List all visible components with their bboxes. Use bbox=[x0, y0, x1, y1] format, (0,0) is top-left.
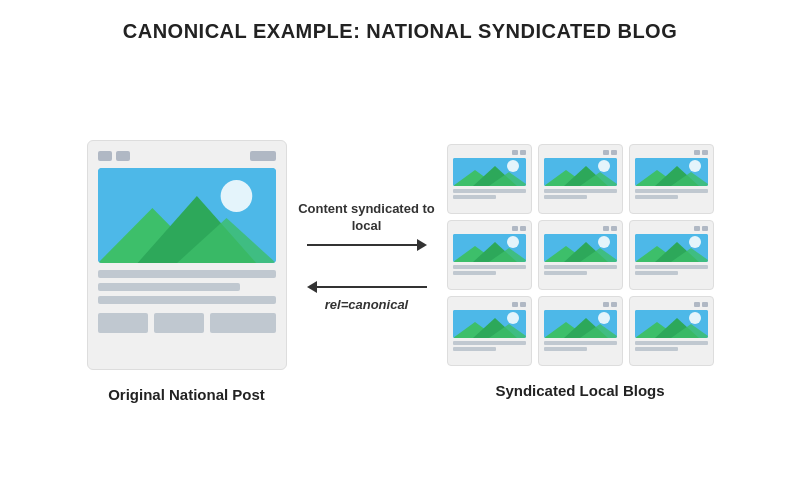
mini-lines bbox=[544, 265, 617, 275]
mini-card-top bbox=[635, 302, 708, 307]
mini-dot bbox=[603, 226, 609, 231]
mini-landscape bbox=[453, 234, 526, 262]
blogs-grid bbox=[447, 144, 714, 366]
svg-point-1 bbox=[220, 180, 252, 212]
mini-landscape bbox=[544, 310, 617, 338]
mini-line-short bbox=[544, 347, 588, 351]
svg-point-16 bbox=[689, 160, 701, 172]
mini-dot bbox=[702, 226, 708, 231]
mini-lines bbox=[544, 341, 617, 351]
mini-dot bbox=[702, 302, 708, 307]
mini-image bbox=[635, 158, 708, 186]
mini-card-1 bbox=[447, 144, 532, 214]
diagram-area: Original National Post Content syndicate… bbox=[30, 63, 770, 480]
mini-lines bbox=[635, 265, 708, 275]
svg-point-26 bbox=[598, 236, 610, 248]
mini-dot bbox=[603, 302, 609, 307]
mini-lines bbox=[453, 265, 526, 275]
arrows-section: Content syndicated to local rel=canonica… bbox=[287, 201, 447, 312]
mini-line-short bbox=[635, 271, 679, 275]
svg-point-11 bbox=[598, 160, 610, 172]
syndicated-label: Syndicated Local Blogs bbox=[495, 382, 664, 399]
card-line-2 bbox=[98, 283, 240, 291]
mini-dot bbox=[520, 302, 526, 307]
mini-landscape bbox=[635, 234, 708, 262]
mini-line-short bbox=[453, 347, 497, 351]
mini-line-short bbox=[544, 271, 588, 275]
mini-line bbox=[453, 189, 526, 193]
mini-line bbox=[635, 341, 708, 345]
mini-line-short bbox=[453, 195, 497, 199]
mini-card-9 bbox=[629, 296, 714, 366]
mini-dot bbox=[603, 150, 609, 155]
mini-card-top bbox=[635, 226, 708, 231]
mini-dot bbox=[694, 150, 700, 155]
dot-wide bbox=[250, 151, 276, 161]
svg-point-41 bbox=[598, 312, 610, 324]
card-top-bar bbox=[98, 151, 276, 161]
mini-card-top bbox=[453, 302, 526, 307]
mini-dot bbox=[520, 150, 526, 155]
arrow-right-group: Content syndicated to local bbox=[297, 201, 437, 251]
mini-landscape bbox=[635, 310, 708, 338]
mini-card-6 bbox=[629, 220, 714, 290]
mini-card-7 bbox=[447, 296, 532, 366]
mini-line bbox=[544, 265, 617, 269]
mini-card-top bbox=[544, 150, 617, 155]
mini-card-top bbox=[544, 302, 617, 307]
card-small-box-1 bbox=[98, 313, 148, 333]
mini-image bbox=[544, 234, 617, 262]
mini-line bbox=[544, 341, 617, 345]
mini-line bbox=[544, 189, 617, 193]
arrow-left-shaft bbox=[317, 286, 427, 288]
mini-lines bbox=[635, 341, 708, 351]
mini-card-top bbox=[544, 226, 617, 231]
arrow-left-group: rel=canonical bbox=[307, 281, 427, 312]
arrow-right-head bbox=[417, 239, 427, 251]
national-label: Original National Post bbox=[108, 386, 265, 403]
arrow-left-head bbox=[307, 281, 317, 293]
mini-image bbox=[544, 310, 617, 338]
mini-lines bbox=[453, 189, 526, 199]
page-title: CANONICAL EXAMPLE: NATIONAL SYNDICATED B… bbox=[123, 20, 677, 43]
syndicated-section: Syndicated Local Blogs bbox=[447, 144, 714, 399]
mini-line bbox=[453, 341, 526, 345]
card-small-box-wide bbox=[210, 313, 276, 333]
mini-dot bbox=[512, 226, 518, 231]
arrow-left-line bbox=[307, 281, 427, 293]
mini-card-top bbox=[453, 226, 526, 231]
mini-dot bbox=[611, 226, 617, 231]
mini-landscape bbox=[453, 158, 526, 186]
national-post-section: Original National Post bbox=[87, 140, 287, 403]
mini-card-8 bbox=[538, 296, 623, 366]
arrow-left-label: rel=canonical bbox=[325, 297, 408, 312]
dot-1 bbox=[98, 151, 112, 161]
dot-2 bbox=[116, 151, 130, 161]
svg-point-21 bbox=[507, 236, 519, 248]
mini-dot bbox=[512, 150, 518, 155]
mini-card-2 bbox=[538, 144, 623, 214]
mini-dot bbox=[694, 302, 700, 307]
mini-dot bbox=[611, 150, 617, 155]
mini-image bbox=[453, 234, 526, 262]
card-bottom-row bbox=[98, 313, 276, 333]
landscape-icon bbox=[98, 168, 276, 263]
mini-lines bbox=[544, 189, 617, 199]
mini-image bbox=[453, 310, 526, 338]
arrow-right-label: Content syndicated to local bbox=[297, 201, 437, 235]
main-container: CANONICAL EXAMPLE: NATIONAL SYNDICATED B… bbox=[0, 0, 800, 500]
mini-landscape bbox=[544, 158, 617, 186]
svg-point-36 bbox=[507, 312, 519, 324]
card-small-box-2 bbox=[154, 313, 204, 333]
mini-dot bbox=[694, 226, 700, 231]
arrow-right-line bbox=[307, 239, 427, 251]
mini-card-4 bbox=[447, 220, 532, 290]
mini-dot bbox=[520, 226, 526, 231]
mini-line-short bbox=[635, 347, 679, 351]
mini-line-short bbox=[544, 195, 588, 199]
svg-point-31 bbox=[689, 236, 701, 248]
card-line-1 bbox=[98, 270, 276, 278]
mini-dot bbox=[702, 150, 708, 155]
mini-lines bbox=[453, 341, 526, 351]
card-dots-left bbox=[98, 151, 130, 161]
